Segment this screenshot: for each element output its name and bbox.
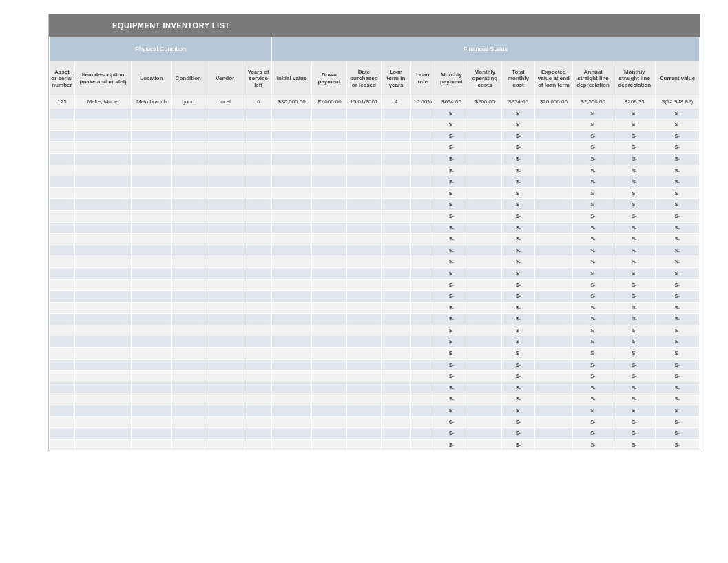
cell[interactable] (74, 199, 131, 211)
cell[interactable] (410, 245, 435, 256)
cell[interactable]: $5,000.00 (312, 96, 346, 108)
cell[interactable] (535, 279, 572, 291)
cell[interactable] (272, 359, 312, 371)
cell[interactable] (410, 359, 435, 371)
cell[interactable] (535, 165, 572, 176)
cell[interactable] (245, 165, 272, 176)
cell[interactable] (346, 108, 381, 119)
cell[interactable] (312, 416, 346, 428)
cell[interactable] (171, 130, 205, 142)
cell[interactable]: $- (435, 314, 468, 325)
cell[interactable] (50, 256, 75, 268)
cell[interactable]: $- (501, 428, 535, 440)
cell[interactable] (205, 187, 245, 199)
cell[interactable] (382, 416, 411, 428)
cell[interactable] (245, 302, 272, 314)
cell[interactable]: $- (501, 336, 535, 348)
cell[interactable] (74, 256, 131, 268)
cell[interactable]: $- (572, 371, 614, 382)
cell[interactable]: $- (572, 279, 614, 291)
cell[interactable] (272, 142, 312, 154)
cell[interactable] (132, 165, 171, 176)
cell[interactable] (382, 405, 411, 417)
cell[interactable]: $- (501, 267, 535, 279)
cell[interactable] (410, 291, 435, 303)
cell[interactable] (272, 108, 312, 119)
cell[interactable] (171, 393, 205, 405)
cell[interactable] (245, 314, 272, 325)
cell[interactable] (245, 245, 272, 256)
cell[interactable] (535, 267, 572, 279)
cell[interactable] (272, 314, 312, 325)
cell[interactable] (312, 187, 346, 199)
cell[interactable]: $- (614, 314, 655, 325)
cell[interactable]: $- (435, 165, 468, 176)
cell[interactable] (410, 302, 435, 314)
cell[interactable] (272, 325, 312, 336)
cell[interactable]: $- (435, 302, 468, 314)
cell[interactable] (205, 291, 245, 303)
cell[interactable] (245, 176, 272, 188)
cell[interactable] (312, 371, 346, 382)
cell[interactable] (50, 279, 75, 291)
cell[interactable] (312, 348, 346, 360)
cell[interactable]: $- (501, 279, 535, 291)
cell[interactable] (382, 234, 411, 245)
cell[interactable]: $- (435, 199, 468, 211)
cell[interactable] (205, 336, 245, 348)
cell[interactable] (312, 325, 346, 336)
cell[interactable] (171, 428, 205, 440)
cell[interactable] (410, 267, 435, 279)
cell[interactable] (468, 142, 502, 154)
cell[interactable] (74, 222, 131, 234)
cell[interactable]: $- (655, 267, 699, 279)
cell[interactable]: $- (655, 428, 699, 440)
cell[interactable] (74, 371, 131, 382)
cell[interactable]: $- (501, 130, 535, 142)
cell[interactable] (74, 314, 131, 325)
cell[interactable]: $- (501, 187, 535, 199)
cell[interactable] (468, 234, 502, 245)
cell[interactable] (382, 291, 411, 303)
cell[interactable] (312, 359, 346, 371)
cell[interactable] (272, 279, 312, 291)
cell[interactable] (312, 199, 346, 211)
cell[interactable] (312, 256, 346, 268)
cell[interactable] (468, 256, 502, 268)
cell[interactable] (312, 119, 346, 131)
cell[interactable] (50, 405, 75, 417)
cell[interactable] (74, 210, 131, 222)
cell[interactable] (535, 291, 572, 303)
cell[interactable] (245, 416, 272, 428)
cell[interactable]: $- (572, 291, 614, 303)
cell[interactable]: $- (655, 291, 699, 303)
cell[interactable]: $- (572, 302, 614, 314)
cell[interactable] (74, 348, 131, 360)
cell[interactable] (272, 234, 312, 245)
cell[interactable]: $- (614, 210, 655, 222)
cell[interactable] (346, 256, 381, 268)
cell[interactable]: $- (572, 108, 614, 119)
cell[interactable]: $- (655, 245, 699, 256)
cell[interactable] (468, 176, 502, 188)
cell[interactable] (346, 153, 381, 165)
cell[interactable] (171, 222, 205, 234)
cell[interactable]: $- (435, 222, 468, 234)
cell[interactable] (50, 416, 75, 428)
cell[interactable]: $2,500.00 (572, 96, 614, 108)
cell[interactable] (346, 336, 381, 348)
cell[interactable] (171, 325, 205, 336)
cell[interactable]: $- (435, 336, 468, 348)
cell[interactable]: 15/01/2001 (346, 96, 381, 108)
cell[interactable] (312, 439, 346, 451)
cell[interactable] (272, 393, 312, 405)
cell[interactable] (171, 199, 205, 211)
cell[interactable]: $- (501, 393, 535, 405)
cell[interactable] (346, 416, 381, 428)
cell[interactable] (382, 267, 411, 279)
cell[interactable]: $- (435, 291, 468, 303)
cell[interactable] (468, 371, 502, 382)
cell[interactable]: $20,000.00 (535, 96, 572, 108)
cell[interactable]: $- (614, 245, 655, 256)
cell[interactable] (410, 222, 435, 234)
